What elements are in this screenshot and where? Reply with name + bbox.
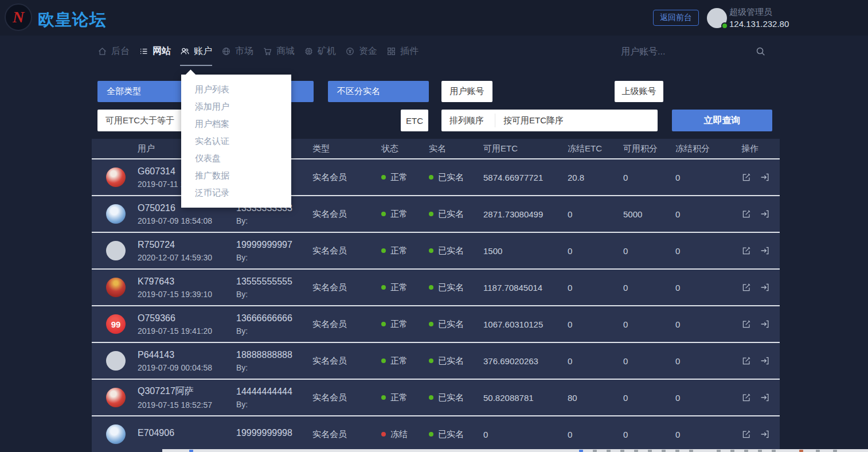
- status-dot: [381, 248, 386, 253]
- login-as-icon[interactable]: [760, 282, 770, 293]
- menu-item-user-list[interactable]: 用户列表: [181, 81, 291, 98]
- edit-icon[interactable]: [741, 429, 752, 439]
- taskbar-icon: [648, 450, 652, 452]
- etc-available: 5874.66977721: [483, 173, 568, 182]
- top-bar: N 欧皇论坛 返回前台 超级管理员 124.131.232.80: [0, 0, 868, 36]
- etc-available: 0: [483, 430, 568, 439]
- member-type: 实名会员: [312, 209, 381, 220]
- login-as-icon[interactable]: [760, 319, 770, 329]
- nav-item-mall[interactable]: 商城: [263, 45, 295, 57]
- status-label: 正常: [390, 319, 408, 330]
- nav-item-plugins[interactable]: 插件: [386, 45, 419, 57]
- menu-item-dashboard[interactable]: 仪表盘: [181, 150, 291, 167]
- back-to-frontend-button[interactable]: 返回前台: [653, 10, 699, 26]
- sort-order-value: 按可用ETC降序: [495, 115, 564, 126]
- phone: 14444444444: [236, 387, 312, 397]
- header-etc: 可用ETC: [483, 143, 568, 154]
- points-frozen: 0: [675, 283, 741, 293]
- cart-icon: [263, 46, 272, 56]
- taskbar-icon: [744, 450, 748, 452]
- referrer: By:: [236, 400, 312, 409]
- member-type: 实名会员: [312, 356, 381, 367]
- member-type: 实名会员: [312, 319, 381, 330]
- nav-item-website[interactable]: 网站: [139, 45, 171, 57]
- realname-dot: [429, 322, 433, 326]
- etc-frozen: 0: [568, 356, 623, 366]
- status-dot: [381, 432, 386, 437]
- edit-icon[interactable]: [741, 282, 752, 293]
- realname-label: 已实名: [438, 429, 464, 440]
- search-input[interactable]: [621, 44, 750, 59]
- status-dot: [381, 359, 386, 363]
- etc-frozen: 20.8: [568, 173, 623, 182]
- etc-frozen: 0: [568, 319, 623, 329]
- nav-item-account[interactable]: 账户: [180, 45, 212, 57]
- sort-order-select[interactable]: 排列顺序 按可用ETC降序: [441, 110, 658, 131]
- taskbar-icon: [189, 450, 193, 452]
- realname-label: 已实名: [438, 392, 464, 403]
- edit-icon[interactable]: [741, 209, 752, 219]
- etc-available: 376.69020263: [483, 356, 568, 366]
- realname-filter-select[interactable]: 不区分实名: [328, 81, 429, 102]
- nav-item-funds[interactable]: 资金: [345, 45, 377, 57]
- parent-account-filter[interactable]: 上级账号: [615, 81, 663, 102]
- etc-frozen: 0: [568, 283, 623, 293]
- edit-icon[interactable]: [741, 319, 752, 329]
- realname-label: 已实名: [438, 319, 464, 330]
- taskbar-sliver: [162, 449, 868, 452]
- admin-avatar[interactable]: [707, 8, 727, 28]
- table-row: 99 O7593662019-07-15 19:41:20 1366666666…: [92, 306, 780, 343]
- points-frozen: 0: [675, 430, 741, 439]
- menu-item-coin-records[interactable]: 泛币记录: [181, 184, 291, 201]
- taskbar-icon: [799, 450, 803, 452]
- menu-item-realname-auth[interactable]: 实名认证: [181, 133, 291, 150]
- login-as-icon[interactable]: [760, 209, 770, 219]
- status-label: 正常: [390, 282, 408, 293]
- user-account-filter[interactable]: 用户账号: [441, 81, 492, 102]
- login-as-icon[interactable]: [760, 246, 770, 256]
- login-as-icon[interactable]: [760, 172, 770, 182]
- points-available: 0: [623, 173, 675, 182]
- realname-dot: [429, 395, 433, 400]
- realname-dot: [429, 248, 433, 253]
- header-points: 可用积分: [623, 143, 675, 154]
- avatar: [106, 424, 126, 444]
- avatar-text: 99: [111, 319, 121, 329]
- header-frozen-points: 冻结积分: [675, 143, 741, 154]
- menu-item-add-user[interactable]: 添加用户: [181, 98, 291, 115]
- points-frozen: 0: [675, 246, 741, 256]
- phone: 13666666666: [236, 313, 312, 324]
- menu-item-promo-data[interactable]: 推广数据: [181, 167, 291, 184]
- edit-icon[interactable]: [741, 392, 752, 403]
- realname-dot: [429, 359, 433, 363]
- points-available: 0: [623, 393, 675, 403]
- realname-dot: [429, 212, 433, 216]
- edit-icon[interactable]: [741, 246, 752, 256]
- nav-item-backend[interactable]: 后台: [97, 45, 130, 57]
- phone: 19999999998: [236, 428, 312, 438]
- nav-item-miner[interactable]: 矿机: [304, 45, 336, 57]
- nav-item-market[interactable]: 市场: [221, 45, 253, 57]
- realname-label: 已实名: [438, 209, 464, 220]
- brand-title: 欧皇论坛: [38, 9, 107, 32]
- login-as-icon[interactable]: [760, 392, 770, 403]
- etc-available: 1500: [483, 246, 568, 256]
- status-label: 正常: [390, 392, 408, 403]
- edit-icon[interactable]: [741, 172, 752, 182]
- avatar: 99: [106, 314, 126, 334]
- taskbar-icon: [816, 450, 820, 452]
- taskbar-icon: [717, 450, 721, 452]
- points-available: 0: [623, 356, 675, 366]
- taskbar-icon: [593, 450, 597, 452]
- register-date: 2019-07-15 19:39:10: [138, 290, 236, 299]
- online-status-dot: [721, 22, 728, 29]
- menu-item-user-profile[interactable]: 用户档案: [181, 115, 291, 133]
- username: Q307217阿萨: [138, 385, 236, 398]
- query-button[interactable]: 立即查询: [672, 110, 772, 131]
- search-icon[interactable]: [756, 46, 766, 57]
- avatar: [106, 167, 126, 187]
- edit-icon[interactable]: [741, 356, 752, 366]
- username: R750724: [138, 240, 236, 250]
- login-as-icon[interactable]: [760, 429, 770, 439]
- login-as-icon[interactable]: [760, 356, 770, 366]
